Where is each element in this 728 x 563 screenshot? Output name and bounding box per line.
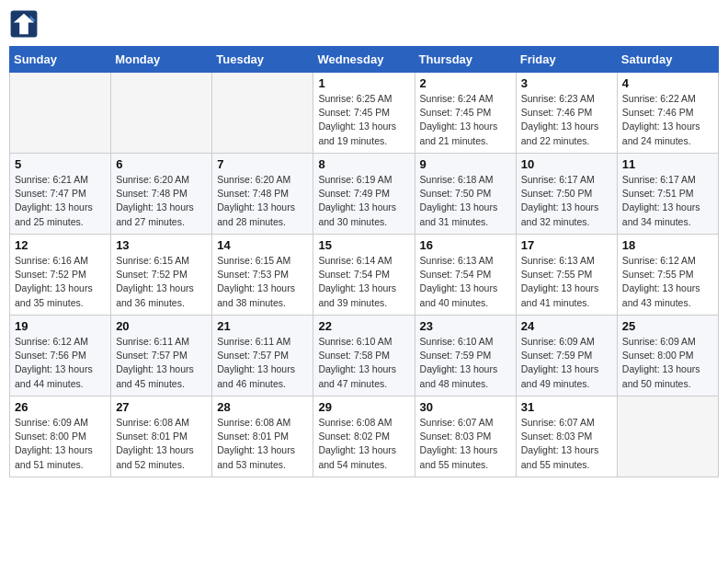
- calendar-cell: 26Sunrise: 6:09 AM Sunset: 8:00 PM Dayli…: [10, 396, 111, 477]
- day-info: Sunrise: 6:16 AM Sunset: 7:52 PM Dayligh…: [15, 254, 106, 310]
- calendar-cell: 8Sunrise: 6:19 AM Sunset: 7:49 PM Daylig…: [313, 154, 415, 235]
- calendar-cell: [10, 73, 111, 154]
- calendar-cell: 25Sunrise: 6:09 AM Sunset: 8:00 PM Dayli…: [617, 316, 718, 396]
- week-row-4: 19Sunrise: 6:12 AM Sunset: 7:56 PM Dayli…: [10, 316, 719, 396]
- day-info: Sunrise: 6:08 AM Sunset: 8:01 PM Dayligh…: [217, 416, 308, 472]
- day-info: Sunrise: 6:20 AM Sunset: 7:48 PM Dayligh…: [217, 173, 308, 229]
- day-number: 26: [15, 400, 106, 414]
- logo-icon: [9, 9, 39, 39]
- day-info: Sunrise: 6:17 AM Sunset: 7:50 PM Dayligh…: [521, 173, 612, 229]
- calendar-cell: 9Sunrise: 6:18 AM Sunset: 7:50 PM Daylig…: [415, 154, 516, 235]
- day-info: Sunrise: 6:15 AM Sunset: 7:53 PM Dayligh…: [217, 254, 308, 310]
- day-info: Sunrise: 6:19 AM Sunset: 7:49 PM Dayligh…: [318, 173, 409, 229]
- day-info: Sunrise: 6:07 AM Sunset: 8:03 PM Dayligh…: [420, 416, 511, 472]
- day-number: 10: [521, 157, 612, 171]
- calendar-cell: 21Sunrise: 6:11 AM Sunset: 7:57 PM Dayli…: [212, 316, 313, 396]
- day-number: 12: [15, 238, 106, 252]
- logo: [9, 9, 42, 39]
- calendar-cell: 27Sunrise: 6:08 AM Sunset: 8:01 PM Dayli…: [111, 396, 212, 477]
- day-number: 11: [622, 157, 713, 171]
- calendar-cell: 22Sunrise: 6:10 AM Sunset: 7:58 PM Dayli…: [313, 316, 415, 396]
- day-number: 24: [521, 319, 612, 333]
- day-number: 31: [521, 400, 612, 414]
- week-row-3: 12Sunrise: 6:16 AM Sunset: 7:52 PM Dayli…: [10, 235, 719, 316]
- day-info: Sunrise: 6:09 AM Sunset: 8:00 PM Dayligh…: [622, 335, 713, 391]
- day-number: 16: [420, 238, 511, 252]
- day-info: Sunrise: 6:13 AM Sunset: 7:55 PM Dayligh…: [521, 254, 612, 310]
- day-info: Sunrise: 6:11 AM Sunset: 7:57 PM Dayligh…: [217, 335, 308, 391]
- day-number: 13: [116, 238, 207, 252]
- calendar-cell: 3Sunrise: 6:23 AM Sunset: 7:46 PM Daylig…: [516, 73, 617, 154]
- day-info: Sunrise: 6:14 AM Sunset: 7:54 PM Dayligh…: [318, 254, 409, 310]
- day-number: 27: [116, 400, 207, 414]
- day-number: 30: [420, 400, 511, 414]
- calendar-header: SundayMondayTuesdayWednesdayThursdayFrid…: [10, 47, 719, 73]
- day-info: Sunrise: 6:25 AM Sunset: 7:45 PM Dayligh…: [318, 92, 409, 148]
- day-info: Sunrise: 6:13 AM Sunset: 7:54 PM Dayligh…: [420, 254, 511, 310]
- day-info: Sunrise: 6:10 AM Sunset: 7:59 PM Dayligh…: [420, 335, 511, 391]
- day-number: 22: [318, 319, 409, 333]
- day-info: Sunrise: 6:07 AM Sunset: 8:03 PM Dayligh…: [521, 416, 612, 472]
- day-number: 25: [622, 319, 713, 333]
- day-number: 4: [622, 76, 713, 90]
- day-number: 2: [420, 76, 511, 90]
- header-cell-monday: Monday: [111, 47, 212, 73]
- day-info: Sunrise: 6:17 AM Sunset: 7:51 PM Dayligh…: [622, 173, 713, 229]
- day-number: 5: [15, 157, 106, 171]
- day-number: 19: [15, 319, 106, 333]
- header-cell-saturday: Saturday: [617, 47, 718, 73]
- header-cell-wednesday: Wednesday: [313, 47, 415, 73]
- calendar-cell: 30Sunrise: 6:07 AM Sunset: 8:03 PM Dayli…: [415, 396, 516, 477]
- calendar-cell: 1Sunrise: 6:25 AM Sunset: 7:45 PM Daylig…: [313, 73, 415, 154]
- calendar-table: SundayMondayTuesdayWednesdayThursdayFrid…: [9, 46, 719, 477]
- day-info: Sunrise: 6:18 AM Sunset: 7:50 PM Dayligh…: [420, 173, 511, 229]
- calendar-cell: 17Sunrise: 6:13 AM Sunset: 7:55 PM Dayli…: [516, 235, 617, 316]
- header-cell-thursday: Thursday: [415, 47, 516, 73]
- day-info: Sunrise: 6:23 AM Sunset: 7:46 PM Dayligh…: [521, 92, 612, 148]
- calendar-cell: 20Sunrise: 6:11 AM Sunset: 7:57 PM Dayli…: [111, 316, 212, 396]
- calendar-cell: 11Sunrise: 6:17 AM Sunset: 7:51 PM Dayli…: [617, 154, 718, 235]
- day-number: 17: [521, 238, 612, 252]
- week-row-5: 26Sunrise: 6:09 AM Sunset: 8:00 PM Dayli…: [10, 396, 719, 477]
- day-info: Sunrise: 6:24 AM Sunset: 7:45 PM Dayligh…: [420, 92, 511, 148]
- calendar-cell: 28Sunrise: 6:08 AM Sunset: 8:01 PM Dayli…: [212, 396, 313, 477]
- week-row-1: 1Sunrise: 6:25 AM Sunset: 7:45 PM Daylig…: [10, 73, 719, 154]
- calendar-cell: 19Sunrise: 6:12 AM Sunset: 7:56 PM Dayli…: [10, 316, 111, 396]
- calendar-cell: [111, 73, 212, 154]
- day-number: 15: [318, 238, 409, 252]
- calendar-cell: 10Sunrise: 6:17 AM Sunset: 7:50 PM Dayli…: [516, 154, 617, 235]
- calendar-cell: 24Sunrise: 6:09 AM Sunset: 7:59 PM Dayli…: [516, 316, 617, 396]
- day-number: 1: [318, 76, 409, 90]
- page-header: [9, 9, 719, 39]
- calendar-cell: 6Sunrise: 6:20 AM Sunset: 7:48 PM Daylig…: [111, 154, 212, 235]
- day-info: Sunrise: 6:11 AM Sunset: 7:57 PM Dayligh…: [116, 335, 207, 391]
- calendar-cell: 7Sunrise: 6:20 AM Sunset: 7:48 PM Daylig…: [212, 154, 313, 235]
- header-cell-tuesday: Tuesday: [212, 47, 313, 73]
- header-row: SundayMondayTuesdayWednesdayThursdayFrid…: [10, 47, 719, 73]
- day-info: Sunrise: 6:09 AM Sunset: 7:59 PM Dayligh…: [521, 335, 612, 391]
- calendar-cell: 18Sunrise: 6:12 AM Sunset: 7:55 PM Dayli…: [617, 235, 718, 316]
- day-info: Sunrise: 6:22 AM Sunset: 7:46 PM Dayligh…: [622, 92, 713, 148]
- day-number: 21: [217, 319, 308, 333]
- calendar-cell: 5Sunrise: 6:21 AM Sunset: 7:47 PM Daylig…: [10, 154, 111, 235]
- day-number: 29: [318, 400, 409, 414]
- day-number: 20: [116, 319, 207, 333]
- day-number: 23: [420, 319, 511, 333]
- day-number: 14: [217, 238, 308, 252]
- day-info: Sunrise: 6:08 AM Sunset: 8:02 PM Dayligh…: [318, 416, 409, 472]
- calendar-cell: 23Sunrise: 6:10 AM Sunset: 7:59 PM Dayli…: [415, 316, 516, 396]
- week-row-2: 5Sunrise: 6:21 AM Sunset: 7:47 PM Daylig…: [10, 154, 719, 235]
- day-number: 6: [116, 157, 207, 171]
- header-cell-friday: Friday: [516, 47, 617, 73]
- day-info: Sunrise: 6:08 AM Sunset: 8:01 PM Dayligh…: [116, 416, 207, 472]
- calendar-cell: 2Sunrise: 6:24 AM Sunset: 7:45 PM Daylig…: [415, 73, 516, 154]
- day-number: 3: [521, 76, 612, 90]
- day-info: Sunrise: 6:12 AM Sunset: 7:55 PM Dayligh…: [622, 254, 713, 310]
- day-number: 8: [318, 157, 409, 171]
- day-info: Sunrise: 6:09 AM Sunset: 8:00 PM Dayligh…: [15, 416, 106, 472]
- day-info: Sunrise: 6:21 AM Sunset: 7:47 PM Dayligh…: [15, 173, 106, 229]
- calendar-cell: [212, 73, 313, 154]
- day-number: 7: [217, 157, 308, 171]
- calendar-cell: 15Sunrise: 6:14 AM Sunset: 7:54 PM Dayli…: [313, 235, 415, 316]
- calendar-cell: 14Sunrise: 6:15 AM Sunset: 7:53 PM Dayli…: [212, 235, 313, 316]
